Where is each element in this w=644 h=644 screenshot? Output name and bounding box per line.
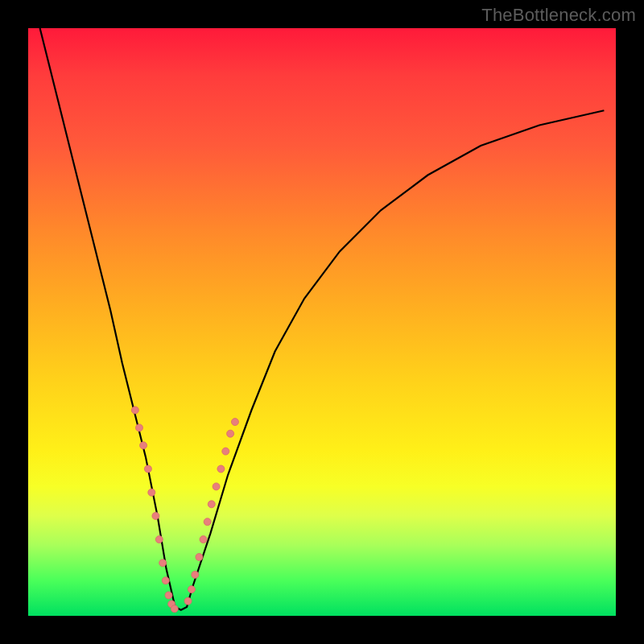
bead-point xyxy=(192,571,199,578)
highlight-beads xyxy=(131,407,238,613)
bead-point xyxy=(204,518,211,526)
bead-point xyxy=(200,536,207,543)
bead-point xyxy=(171,605,178,613)
bead-point xyxy=(231,419,238,426)
bead-point xyxy=(155,536,163,543)
bead-point xyxy=(162,577,169,584)
bead-point xyxy=(140,442,147,449)
bead-point xyxy=(135,424,142,431)
plot-area xyxy=(28,28,616,616)
watermark-text: TheBottleneck.com xyxy=(481,5,636,26)
bead-point xyxy=(148,489,155,496)
bead-point xyxy=(152,512,159,519)
bottleneck-curve xyxy=(40,28,605,610)
bead-point xyxy=(131,407,138,414)
chart-svg xyxy=(28,28,616,616)
bead-point xyxy=(165,592,172,599)
bead-point xyxy=(227,430,234,437)
bead-point xyxy=(144,465,151,473)
bead-point xyxy=(208,501,215,508)
bead-point xyxy=(184,597,192,605)
bead-point xyxy=(213,483,220,490)
bead-point xyxy=(188,586,195,593)
bead-point xyxy=(196,554,203,561)
chart-frame: TheBottleneck.com xyxy=(0,0,644,644)
bead-point xyxy=(217,465,225,473)
bead-point xyxy=(222,448,229,455)
bead-point xyxy=(159,559,167,567)
